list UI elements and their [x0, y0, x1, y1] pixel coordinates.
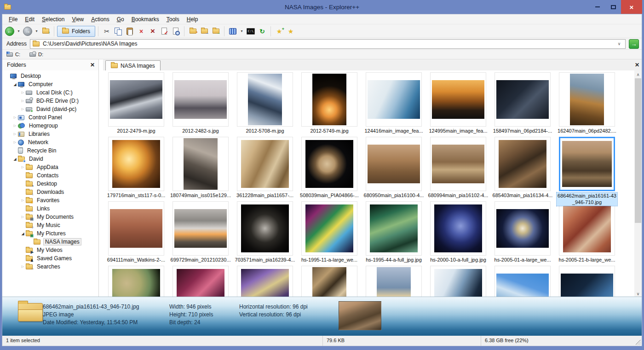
expand-arrow-icon[interactable]: ▷	[20, 91, 26, 94]
file-item-694111main-watkins-2[interactable]: 694111main_Watkins-2-...	[104, 201, 168, 266]
file-item-124995main-image-fea[interactable]: 124995main_image_fea...	[426, 72, 490, 137]
menu-bookmarks[interactable]: Bookmarks	[128, 15, 163, 24]
tree-item-david[interactable]: ◢David	[2, 155, 98, 163]
properties-button[interactable]	[159, 25, 170, 37]
file-item-row4-8[interactable]	[555, 266, 619, 298]
file-item-162407main-06pd2482[interactable]: 162407main_06pd2482....	[555, 72, 619, 137]
folders-pane-close-icon[interactable]: ✕	[90, 62, 95, 68]
expand-arrow-icon[interactable]: ◢	[20, 232, 26, 236]
file-item-686462main-pia16161-43-946-710-jpg[interactable]: 686462main_pia16161-43_946-710.jpg	[555, 137, 619, 201]
file-item-2012-2479-m-jpg[interactable]: 2012-2479-m.jpg	[104, 72, 168, 137]
file-item-row4-6[interactable]	[426, 266, 490, 298]
file-item-703571main-pia16239-4[interactable]: 703571main_pia16239-4...	[233, 201, 297, 266]
tree-item-computer[interactable]: ◢Computer	[2, 80, 98, 88]
menu-view[interactable]: View	[68, 15, 87, 24]
expand-arrow-icon[interactable]: ▷	[20, 99, 26, 103]
scrollbar-thumb[interactable]	[635, 78, 641, 223]
file-item-hs-1995-11-a-large-we[interactable]: hs-1995-11-a-large_we...	[297, 201, 362, 266]
close-button[interactable]: ×	[621, 0, 642, 14]
file-item-2012-5708-m-jpg[interactable]: 2012-5708-m.jpg	[233, 72, 297, 137]
file-item-508039main-pia04866[interactable]: 508039main_PIA04866-...	[297, 137, 362, 201]
menu-actions[interactable]: Actions	[87, 15, 113, 24]
add-bookmark-button[interactable]: ★+	[274, 25, 285, 37]
tree-item-saved-games[interactable]: ♟Saved Games	[2, 254, 98, 262]
file-item-row4-3[interactable]	[233, 266, 297, 298]
drive-button-d[interactable]: D:	[29, 52, 43, 57]
tab-close-icon[interactable]: ✕	[635, 62, 639, 68]
maximize-button[interactable]	[605, 0, 621, 14]
address-input[interactable]: C:\Users\David\Pictures\NASA Images ∨	[30, 39, 626, 49]
tree-item-links[interactable]: →Links	[2, 204, 98, 213]
views-dropdown[interactable]: ▾	[239, 25, 245, 37]
expand-arrow-icon[interactable]: ◢	[12, 157, 18, 161]
menu-help[interactable]: Help	[183, 15, 202, 24]
new-folder-button[interactable]: *	[187, 25, 198, 37]
copy-to-folder-button[interactable]: →	[199, 25, 210, 37]
tree-item-bd-re-drive-d[interactable]: ▷BD-RE Drive (D:)	[2, 97, 98, 105]
refresh-button[interactable]: ↻	[257, 25, 268, 37]
resize-grip[interactable]	[636, 340, 641, 345]
tree-item-contacts[interactable]: Contacts	[2, 171, 98, 180]
tree-item-downloads[interactable]: ↓Downloads	[2, 188, 98, 196]
delete-button[interactable]: ×	[136, 25, 147, 37]
tree-item-control-panel[interactable]: ▷Control Panel	[2, 113, 98, 122]
scroll-up-icon[interactable]: ∧	[634, 70, 642, 78]
tree-item-nasa-images[interactable]: NASA Images	[2, 238, 98, 246]
menu-go[interactable]: Go	[113, 15, 128, 24]
file-item-699729main-201210230[interactable]: 699729main_201210230...	[168, 201, 233, 266]
file-item-hs-1995-44-a-full-jpg-jpg[interactable]: hs-1995-44-a-full_jpg.jpg	[362, 201, 426, 266]
tree-item-recycle-bin[interactable]: Recycle Bin	[2, 146, 98, 155]
file-item-180749main-iss015e129[interactable]: 180749main_iss015e129...	[168, 137, 233, 201]
tree-item-my-music[interactable]: ♪My Music	[2, 221, 98, 229]
file-item-row4-2[interactable]	[168, 266, 233, 298]
cut-button[interactable]: ✂	[101, 25, 112, 37]
tree-item-local-disk-c[interactable]: ▷Local Disk (C:)	[2, 88, 98, 97]
expand-arrow-icon[interactable]: ▷	[20, 107, 26, 111]
menu-selection[interactable]: Selection	[38, 15, 68, 24]
tree-item-appdata[interactable]: ▷AppData	[2, 163, 98, 171]
tree-item-libraries[interactable]: ▷Libraries	[2, 130, 98, 138]
delete-permanently-button[interactable]: ×	[147, 25, 158, 37]
file-item-124416main-image-fea[interactable]: 124416main_image_fea...	[362, 72, 426, 137]
file-item-158497main-06pd2184[interactable]: 158497main_06pd2184-...	[490, 72, 555, 137]
tree-item-david-david-pc[interactable]: ▷David (david-pc)	[2, 105, 98, 113]
back-button[interactable]: ←	[4, 25, 15, 37]
expand-arrow-icon[interactable]: ▷	[20, 165, 26, 169]
file-item-hs-2000-10-a-full-jpg-jpg[interactable]: hs-2000-10-a-full_jpg.jpg	[426, 201, 490, 266]
folders-toggle-button[interactable]: Folders	[57, 26, 95, 37]
expand-arrow-icon[interactable]: ▷	[20, 265, 26, 268]
menu-edit[interactable]: Edit	[21, 15, 38, 24]
file-item-row4-5[interactable]	[362, 266, 426, 298]
forward-button[interactable]: →	[22, 25, 33, 37]
up-one-level-button[interactable]: ↑	[40, 25, 51, 37]
expand-arrow-icon[interactable]: ▷	[12, 132, 18, 136]
tree-item-desktop[interactable]: Desktop	[2, 72, 98, 80]
views-button[interactable]	[227, 25, 238, 37]
file-item-2012-5749-m-jpg[interactable]: 2012-5749-m.jpg	[297, 72, 362, 137]
tree-item-my-pictures[interactable]: ◢▣My Pictures	[2, 229, 98, 238]
bookmarks-button[interactable]: ★	[285, 25, 296, 37]
go-button[interactable]: →	[629, 39, 639, 49]
command-prompt-button[interactable]: C:\	[245, 25, 256, 37]
file-item-row4-4[interactable]	[297, 266, 362, 298]
copy-button[interactable]	[113, 25, 124, 37]
minimize-button[interactable]	[590, 0, 605, 14]
file-item-685403main-pia16134-4[interactable]: 685403main_pia16134-4...	[490, 137, 555, 201]
pane-splitter[interactable]	[99, 59, 103, 297]
tree-item-homegroup[interactable]: ▷Homegroup	[2, 122, 98, 130]
expand-arrow-icon[interactable]: ▷	[12, 116, 18, 119]
forward-history-dropdown[interactable]: ▾	[34, 25, 40, 37]
file-item-179716main-sts117-s-0[interactable]: 179716main_sts117-s-0...	[104, 137, 168, 201]
file-item-680994main-pia16102-4[interactable]: 680994main_pia16102-4...	[426, 137, 490, 201]
file-item-361228main-pia11657[interactable]: 361228main_pia11657-...	[233, 137, 297, 201]
tree-item-network[interactable]: ▷Network	[2, 138, 98, 146]
expand-arrow-icon[interactable]: ◢	[12, 82, 18, 87]
menu-file[interactable]: File	[5, 15, 21, 24]
search-button[interactable]	[170, 25, 181, 37]
expand-arrow-icon[interactable]: ▷	[20, 215, 26, 219]
paste-button[interactable]	[124, 25, 135, 37]
file-item-680950main-pia16100-4[interactable]: 680950main_pia16100-4...	[362, 137, 426, 201]
tree-item-favorites[interactable]: ▷★Favorites	[2, 196, 98, 204]
move-to-folder-button[interactable]: →	[210, 25, 221, 37]
vertical-scrollbar[interactable]: ∧ ∨	[634, 70, 642, 298]
